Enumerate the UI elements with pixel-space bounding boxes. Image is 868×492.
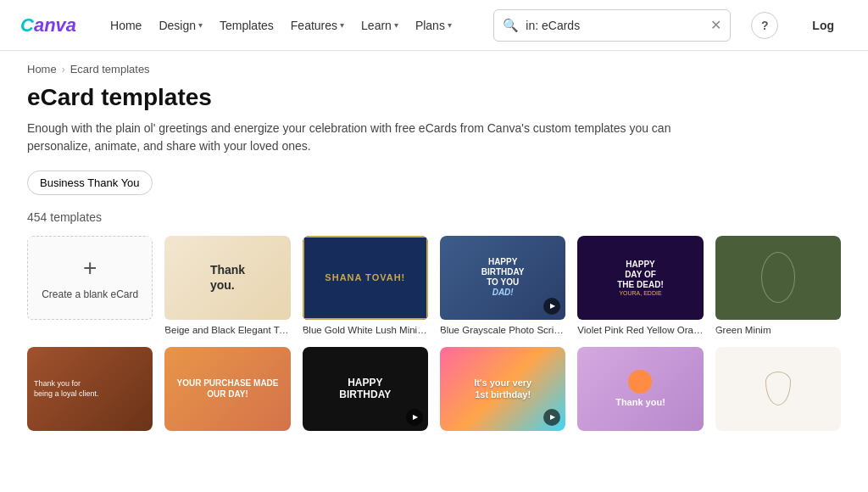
breadcrumb-home[interactable]: Home: [27, 63, 57, 75]
template-subtext: YOURA, EDDIE: [619, 290, 661, 296]
search-bar[interactable]: 🔍 ✕: [493, 9, 731, 42]
breadcrumb-current: Ecard templates: [70, 63, 150, 75]
template-text: HAPPYBIRTHDAYTO YOUDad!: [481, 257, 525, 298]
nav-features[interactable]: Features ▾: [284, 14, 351, 37]
card-label: Blue Grayscale Photo Scribble...: [440, 325, 565, 335]
card-image: HAPPYDAY OFTHE DEAD! YOURA, EDDIE: [577, 236, 703, 320]
card-image: It's your very1st birthday!: [440, 347, 565, 431]
clear-icon[interactable]: ✕: [710, 17, 721, 33]
card-image: HAPPYBIRTHDAY: [303, 347, 428, 431]
template-decoration: [765, 372, 791, 405]
chevron-down-icon: ▾: [394, 20, 398, 30]
card-image: Thankyou.: [164, 236, 290, 320]
card-image: [715, 347, 841, 431]
blank-card-image: + Create a blank eCard: [27, 236, 153, 320]
templates-grid: + Create a blank eCard Thankyou. Beige a…: [27, 236, 841, 335]
nav-home[interactable]: Home: [103, 14, 148, 37]
template-text: YOUR PURCHASE MADEOUR DAY!: [176, 377, 278, 400]
template-preview: SHANA TOVAH!: [303, 236, 428, 320]
template-card[interactable]: Thank you!: [577, 347, 703, 431]
template-text: Thank you forbeing a loyal client.: [34, 378, 99, 400]
template-preview: Thank you!: [577, 347, 703, 431]
template-text: HAPPYBIRTHDAY: [339, 377, 391, 401]
plus-icon: +: [83, 254, 97, 282]
template-count: 454 templates: [27, 210, 841, 224]
header: Canva Home Design ▾ Templates Features ▾…: [0, 0, 868, 51]
help-button[interactable]: ?: [751, 12, 778, 39]
template-card[interactable]: Thank you forbeing a loyal client.: [27, 347, 153, 431]
template-text: Thankyou.: [210, 262, 245, 293]
template-text: It's your very1st birthday!: [474, 377, 531, 401]
template-text: SHANA TOVAH!: [325, 272, 405, 282]
chevron-down-icon: ▾: [340, 20, 344, 30]
template-card[interactable]: HAPPYBIRTHDAY: [303, 347, 428, 431]
breadcrumb-separator: ›: [62, 64, 65, 75]
nav-plans[interactable]: Plans ▾: [409, 14, 459, 37]
template-preview: [715, 347, 841, 431]
template-preview: YOUR PURCHASE MADEOUR DAY!: [164, 347, 290, 431]
template-card[interactable]: HAPPYBIRTHDAYTO YOUDad! Blue Grayscale P…: [440, 236, 565, 335]
card-label: Green Minim: [715, 325, 841, 335]
page-description: Enough with the plain ol' greetings and …: [27, 120, 688, 155]
template-card[interactable]: [715, 347, 841, 431]
blank-card-label: Create a blank eCard: [42, 288, 138, 300]
template-preview: Thank you forbeing a loyal client.: [27, 347, 153, 431]
template-text: Thank you!: [615, 397, 665, 407]
breadcrumb: Home › Ecard templates: [0, 51, 868, 84]
nav-design[interactable]: Design ▾: [152, 14, 209, 37]
play-icon: [406, 409, 423, 426]
templates-grid-row2: Thank you forbeing a loyal client. YOUR …: [27, 347, 841, 431]
template-decoration: [761, 252, 795, 303]
main-nav: Home Design ▾ Templates Features ▾ Learn…: [103, 14, 473, 37]
search-input[interactable]: [526, 19, 704, 32]
sun-icon: [628, 370, 652, 394]
template-card[interactable]: YOUR PURCHASE MADEOUR DAY!: [164, 347, 290, 431]
chevron-down-icon: ▾: [448, 20, 452, 30]
template-preview: [715, 236, 841, 320]
chevron-down-icon: ▾: [198, 20, 203, 30]
template-preview: HAPPYDAY OFTHE DEAD! YOURA, EDDIE: [577, 236, 703, 320]
card-image: Thank you!: [577, 347, 703, 431]
nav-learn[interactable]: Learn ▾: [354, 14, 405, 37]
tag-button[interactable]: Business Thank You: [27, 171, 153, 195]
card-image: [715, 236, 841, 320]
card-image: HAPPYBIRTHDAYTO YOUDad!: [440, 236, 565, 320]
blank-card[interactable]: + Create a blank eCard: [27, 236, 153, 335]
card-label: Violet Pink Red Yellow Orange ...: [577, 325, 703, 335]
template-card[interactable]: Green Minim: [715, 236, 841, 335]
play-icon: [543, 409, 560, 426]
card-image: YOUR PURCHASE MADEOUR DAY!: [164, 347, 290, 431]
card-label: Blue Gold White Lush Minimali...: [303, 325, 428, 335]
login-button[interactable]: Log: [798, 12, 848, 39]
page-title: eCard templates: [27, 84, 841, 111]
template-text: HAPPYDAY OFTHE DEAD!: [617, 260, 663, 290]
template-card[interactable]: Thankyou. Beige and Black Elegant Type D…: [164, 236, 290, 335]
template-card[interactable]: HAPPYDAY OFTHE DEAD! YOURA, EDDIE Violet…: [577, 236, 703, 335]
card-label: Beige and Black Elegant Type D...: [164, 325, 290, 335]
nav-templates[interactable]: Templates: [213, 14, 281, 37]
template-preview: Thankyou.: [164, 236, 290, 320]
card-image: Thank you forbeing a loyal client.: [27, 347, 153, 431]
template-card[interactable]: SHANA TOVAH! Blue Gold White Lush Minima…: [303, 236, 428, 335]
search-icon: 🔍: [503, 18, 519, 33]
logo[interactable]: Canva: [20, 14, 76, 36]
card-image: SHANA TOVAH!: [303, 236, 428, 320]
main-content: eCard templates Enough with the plain ol…: [0, 84, 868, 431]
template-card[interactable]: It's your very1st birthday!: [440, 347, 565, 431]
